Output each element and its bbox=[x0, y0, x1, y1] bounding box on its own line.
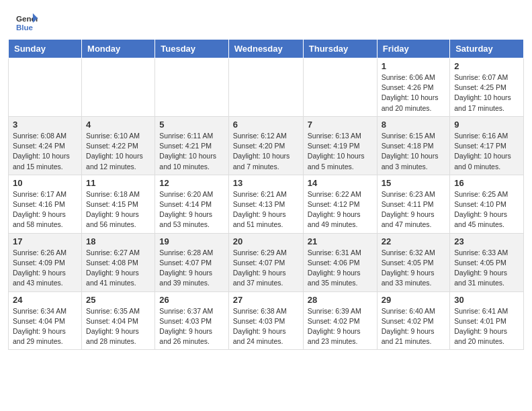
day-number: 5 bbox=[159, 120, 224, 130]
calendar-day-cell: 1Sunrise: 6:06 AM Sunset: 4:26 PM Daylig… bbox=[377, 58, 449, 117]
day-info: Sunrise: 6:34 AM Sunset: 4:04 PM Dayligh… bbox=[13, 306, 77, 347]
calendar-day-cell: 26Sunrise: 6:37 AM Sunset: 4:03 PM Dayli… bbox=[155, 291, 228, 350]
calendar-day-cell: 28Sunrise: 6:39 AM Sunset: 4:02 PM Dayli… bbox=[303, 291, 377, 350]
calendar-day-cell bbox=[303, 58, 377, 117]
day-info: Sunrise: 6:25 AM Sunset: 4:10 PM Dayligh… bbox=[454, 189, 519, 230]
calendar-day-cell: 9Sunrise: 6:16 AM Sunset: 4:17 PM Daylig… bbox=[450, 116, 524, 175]
page-header: General Blue bbox=[0, 0, 532, 39]
calendar-day-cell: 4Sunrise: 6:10 AM Sunset: 4:22 PM Daylig… bbox=[82, 116, 155, 175]
day-info: Sunrise: 6:15 AM Sunset: 4:18 PM Dayligh… bbox=[382, 131, 445, 172]
day-number: 24 bbox=[13, 295, 77, 305]
day-number: 14 bbox=[308, 178, 373, 188]
calendar-day-cell: 24Sunrise: 6:34 AM Sunset: 4:04 PM Dayli… bbox=[9, 291, 82, 350]
day-of-week-header: Monday bbox=[82, 40, 155, 58]
calendar-day-cell: 6Sunrise: 6:12 AM Sunset: 4:20 PM Daylig… bbox=[228, 116, 303, 175]
calendar-day-cell bbox=[9, 58, 82, 117]
day-of-week-header: Thursday bbox=[303, 40, 377, 58]
calendar-day-cell: 22Sunrise: 6:32 AM Sunset: 4:05 PM Dayli… bbox=[377, 233, 449, 291]
calendar-day-cell: 7Sunrise: 6:13 AM Sunset: 4:19 PM Daylig… bbox=[303, 116, 377, 175]
day-number: 4 bbox=[86, 120, 150, 130]
day-info: Sunrise: 6:28 AM Sunset: 4:07 PM Dayligh… bbox=[159, 248, 224, 289]
day-number: 11 bbox=[86, 178, 150, 188]
day-number: 13 bbox=[233, 178, 299, 188]
day-of-week-header: Friday bbox=[377, 40, 449, 58]
calendar-day-cell: 12Sunrise: 6:20 AM Sunset: 4:14 PM Dayli… bbox=[155, 175, 228, 233]
day-info: Sunrise: 6:16 AM Sunset: 4:17 PM Dayligh… bbox=[454, 131, 519, 172]
day-number: 15 bbox=[382, 178, 445, 188]
day-number: 6 bbox=[233, 120, 299, 130]
day-of-week-header: Tuesday bbox=[155, 40, 228, 58]
day-of-week-header: Sunday bbox=[9, 40, 82, 58]
calendar-day-cell: 15Sunrise: 6:23 AM Sunset: 4:11 PM Dayli… bbox=[377, 175, 449, 233]
calendar-day-cell: 30Sunrise: 6:41 AM Sunset: 4:01 PM Dayli… bbox=[450, 291, 524, 350]
day-number: 1 bbox=[382, 61, 445, 71]
calendar-day-cell: 18Sunrise: 6:27 AM Sunset: 4:08 PM Dayli… bbox=[82, 233, 155, 291]
day-number: 30 bbox=[454, 295, 519, 305]
logo-icon: General Blue bbox=[16, 12, 38, 34]
day-info: Sunrise: 6:31 AM Sunset: 4:06 PM Dayligh… bbox=[308, 248, 373, 289]
day-info: Sunrise: 6:07 AM Sunset: 4:25 PM Dayligh… bbox=[454, 73, 519, 113]
day-number: 7 bbox=[308, 120, 373, 130]
day-number: 3 bbox=[13, 120, 77, 130]
day-number: 28 bbox=[308, 295, 373, 305]
day-info: Sunrise: 6:38 AM Sunset: 4:03 PM Dayligh… bbox=[233, 306, 299, 347]
calendar-day-cell: 17Sunrise: 6:26 AM Sunset: 4:09 PM Dayli… bbox=[9, 233, 82, 291]
day-info: Sunrise: 6:32 AM Sunset: 4:05 PM Dayligh… bbox=[382, 248, 445, 289]
calendar-wrapper: SundayMondayTuesdayWednesdayThursdayFrid… bbox=[0, 39, 532, 358]
svg-text:Blue: Blue bbox=[16, 24, 34, 32]
day-info: Sunrise: 6:37 AM Sunset: 4:03 PM Dayligh… bbox=[159, 306, 224, 347]
calendar-week-row: 3Sunrise: 6:08 AM Sunset: 4:24 PM Daylig… bbox=[9, 116, 524, 175]
calendar-day-cell: 21Sunrise: 6:31 AM Sunset: 4:06 PM Dayli… bbox=[303, 233, 377, 291]
day-info: Sunrise: 6:08 AM Sunset: 4:24 PM Dayligh… bbox=[13, 131, 77, 172]
day-number: 9 bbox=[454, 120, 519, 130]
day-info: Sunrise: 6:13 AM Sunset: 4:19 PM Dayligh… bbox=[308, 131, 373, 172]
calendar-day-cell: 16Sunrise: 6:25 AM Sunset: 4:10 PM Dayli… bbox=[450, 175, 524, 233]
day-info: Sunrise: 6:41 AM Sunset: 4:01 PM Dayligh… bbox=[454, 306, 519, 347]
calendar-day-cell: 8Sunrise: 6:15 AM Sunset: 4:18 PM Daylig… bbox=[377, 116, 449, 175]
day-info: Sunrise: 6:12 AM Sunset: 4:20 PM Dayligh… bbox=[233, 131, 299, 172]
day-info: Sunrise: 6:06 AM Sunset: 4:26 PM Dayligh… bbox=[382, 73, 445, 113]
day-number: 8 bbox=[382, 120, 445, 130]
day-number: 16 bbox=[454, 178, 519, 188]
day-number: 22 bbox=[382, 236, 445, 246]
logo: General Blue bbox=[16, 12, 38, 34]
calendar-table: SundayMondayTuesdayWednesdayThursdayFrid… bbox=[8, 39, 524, 350]
calendar-week-row: 1Sunrise: 6:06 AM Sunset: 4:26 PM Daylig… bbox=[9, 58, 524, 117]
calendar-day-cell: 27Sunrise: 6:38 AM Sunset: 4:03 PM Dayli… bbox=[228, 291, 303, 350]
day-number: 10 bbox=[13, 178, 77, 188]
calendar-day-cell bbox=[228, 58, 303, 117]
day-info: Sunrise: 6:33 AM Sunset: 4:05 PM Dayligh… bbox=[454, 248, 519, 289]
day-number: 23 bbox=[454, 236, 519, 246]
day-info: Sunrise: 6:10 AM Sunset: 4:22 PM Dayligh… bbox=[86, 131, 150, 172]
day-number: 21 bbox=[308, 236, 373, 246]
day-number: 12 bbox=[159, 178, 224, 188]
day-info: Sunrise: 6:11 AM Sunset: 4:21 PM Dayligh… bbox=[159, 131, 224, 172]
calendar-day-cell: 11Sunrise: 6:18 AM Sunset: 4:15 PM Dayli… bbox=[82, 175, 155, 233]
day-info: Sunrise: 6:29 AM Sunset: 4:07 PM Dayligh… bbox=[233, 248, 299, 289]
day-number: 29 bbox=[382, 295, 445, 305]
calendar-day-cell: 10Sunrise: 6:17 AM Sunset: 4:16 PM Dayli… bbox=[9, 175, 82, 233]
day-info: Sunrise: 6:21 AM Sunset: 4:13 PM Dayligh… bbox=[233, 189, 299, 230]
day-info: Sunrise: 6:40 AM Sunset: 4:02 PM Dayligh… bbox=[382, 306, 445, 347]
calendar-day-cell bbox=[82, 58, 155, 117]
day-number: 17 bbox=[13, 236, 77, 246]
day-info: Sunrise: 6:18 AM Sunset: 4:15 PM Dayligh… bbox=[86, 189, 150, 230]
calendar-day-cell bbox=[155, 58, 228, 117]
calendar-day-cell: 3Sunrise: 6:08 AM Sunset: 4:24 PM Daylig… bbox=[9, 116, 82, 175]
day-number: 25 bbox=[86, 295, 150, 305]
calendar-day-cell: 23Sunrise: 6:33 AM Sunset: 4:05 PM Dayli… bbox=[450, 233, 524, 291]
day-number: 26 bbox=[159, 295, 224, 305]
calendar-header-row: SundayMondayTuesdayWednesdayThursdayFrid… bbox=[9, 40, 524, 58]
day-number: 19 bbox=[159, 236, 224, 246]
day-of-week-header: Saturday bbox=[450, 40, 524, 58]
day-info: Sunrise: 6:39 AM Sunset: 4:02 PM Dayligh… bbox=[308, 306, 373, 347]
day-info: Sunrise: 6:35 AM Sunset: 4:04 PM Dayligh… bbox=[86, 306, 150, 347]
day-number: 20 bbox=[233, 236, 299, 246]
calendar-day-cell: 13Sunrise: 6:21 AM Sunset: 4:13 PM Dayli… bbox=[228, 175, 303, 233]
calendar-week-row: 24Sunrise: 6:34 AM Sunset: 4:04 PM Dayli… bbox=[9, 291, 524, 350]
calendar-week-row: 10Sunrise: 6:17 AM Sunset: 4:16 PM Dayli… bbox=[9, 175, 524, 233]
day-info: Sunrise: 6:26 AM Sunset: 4:09 PM Dayligh… bbox=[13, 248, 77, 289]
day-info: Sunrise: 6:23 AM Sunset: 4:11 PM Dayligh… bbox=[382, 189, 445, 230]
day-number: 2 bbox=[454, 61, 519, 71]
day-of-week-header: Wednesday bbox=[228, 40, 303, 58]
